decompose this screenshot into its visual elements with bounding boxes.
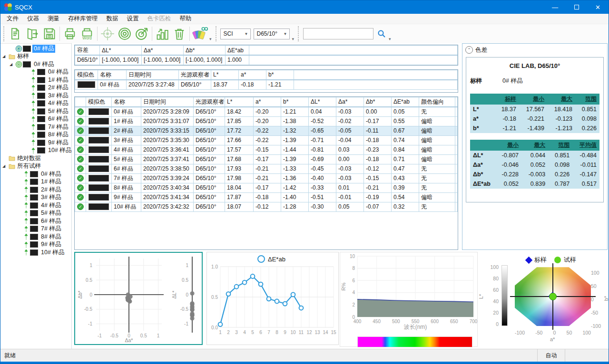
- tree-item[interactable]: 10# 样品: [0, 249, 71, 257]
- menu-item[interactable]: 仪器: [23, 14, 43, 24]
- tree-item[interactable]: 9# 样品: [0, 139, 71, 147]
- menu-item[interactable]: 帮助: [176, 14, 196, 24]
- column-header[interactable]: ΔL*: [309, 97, 336, 107]
- column-header[interactable]: 容差: [75, 46, 100, 56]
- table-row[interactable]: D65/10°[-1.000, 1.000][-1.000, 1.000][-1…: [75, 55, 458, 65]
- new-document-button[interactable]: [7, 26, 24, 42]
- delete-button[interactable]: [171, 26, 188, 42]
- tree-item[interactable]: ◢0# 样品: [0, 60, 71, 68]
- menu-item[interactable]: 文件: [2, 14, 23, 24]
- table-row[interactable]: ✓1# 样品2020/7/25 3:31:07D65/10°17.85-0.20…: [75, 116, 458, 126]
- illuminant-dropdown[interactable]: D65/10°▼: [254, 29, 290, 39]
- column-header[interactable]: Δb*: [184, 46, 226, 56]
- print-word-button[interactable]: Word: [79, 26, 96, 42]
- calibration-button[interactable]: [99, 26, 116, 42]
- table-row[interactable]: ✓10# 样品2020/7/25 3:42:32D65/10°18.07-0.1…: [75, 202, 458, 211]
- save-button[interactable]: [41, 26, 58, 42]
- menu-item[interactable]: 测量: [43, 14, 64, 24]
- column-header[interactable]: Δb*: [364, 97, 392, 107]
- delta-ab-scatter-chart[interactable]: 110.50.500-0.5-0.5-1-1Δb*Δa*10.50-0.5-1Δ…: [74, 252, 203, 345]
- menu-item[interactable]: 存样库管理: [64, 14, 102, 24]
- tree-item[interactable]: 4# 样品: [0, 201, 71, 210]
- column-header[interactable]: b*: [266, 70, 294, 80]
- table-row[interactable]: ✓6# 样品2020/7/25 3:38:50D65/10°17.93-0.21…: [75, 164, 458, 173]
- table-row[interactable]: ✓5# 样品2020/7/25 3:37:41D65/10°17.68-0.17…: [75, 154, 458, 164]
- column-header[interactable]: ΔE*ab: [392, 97, 419, 107]
- sci-dropdown[interactable]: SCI▼: [220, 29, 251, 39]
- column-header[interactable]: 光源观察者: [179, 70, 211, 80]
- tree-item[interactable]: 3# 样品: [0, 92, 71, 100]
- column-header[interactable]: 日期时间: [127, 70, 179, 80]
- search-input[interactable]: [303, 28, 373, 39]
- tree-expander-icon[interactable]: ◢: [2, 54, 8, 58]
- print-button[interactable]: [61, 26, 79, 42]
- tree-item[interactable]: 0# 样品: [0, 68, 71, 77]
- column-header[interactable]: Δa*: [142, 46, 184, 56]
- table-row[interactable]: ✓0# 样品2020/7/25 3:28:09D65/10°18.42-0.20…: [75, 107, 458, 117]
- column-header[interactable]: [75, 97, 86, 107]
- delta-e-trend-chart[interactable]: ΔE*ab0.00.51.0123456789101112131415: [206, 252, 339, 345]
- toolbar-overflow-icon[interactable]: ▾: [292, 37, 295, 41]
- tree-item[interactable]: 1# 样品: [0, 76, 71, 84]
- column-header[interactable]: 光源观察者: [194, 97, 225, 107]
- close-button[interactable]: ✕: [587, 0, 609, 14]
- column-header[interactable]: [294, 70, 458, 80]
- tree-item[interactable]: 2# 样品: [0, 84, 71, 92]
- tree-expander-icon[interactable]: ◢: [2, 164, 8, 168]
- column-header[interactable]: ΔE*ab: [226, 46, 249, 56]
- tree-item[interactable]: 0# 样品: [0, 45, 71, 53]
- color-gamut-chart[interactable]: 标样试样L*100806040200100500-50-100b*-100-50…: [479, 252, 608, 347]
- column-header[interactable]: a*: [239, 70, 266, 80]
- column-header[interactable]: 日期时间: [141, 97, 194, 107]
- table-row[interactable]: ✓2# 样品2020/7/25 3:33:15D65/10°17.72-0.22…: [75, 126, 458, 135]
- column-header[interactable]: L*: [211, 70, 239, 80]
- column-header[interactable]: L*: [225, 97, 254, 107]
- tree-item[interactable]: 10# 样品: [0, 147, 71, 155]
- export-button[interactable]: [24, 26, 41, 42]
- auto-mode-indicator[interactable]: 自动: [537, 349, 565, 362]
- toolbar-overflow-icon[interactable]: ▾: [209, 37, 212, 41]
- tree-item[interactable]: 绝对数据: [0, 154, 71, 163]
- column-header[interactable]: 模拟色: [86, 97, 112, 107]
- measure-standard-button[interactable]: [116, 26, 133, 42]
- tree-item[interactable]: 3# 样品: [0, 194, 71, 202]
- column-header[interactable]: ΔL*: [100, 46, 142, 56]
- column-header[interactable]: [455, 97, 458, 107]
- menu-item[interactable]: 数据: [102, 14, 123, 24]
- toolbar-overflow-icon[interactable]: ▾: [389, 37, 391, 41]
- column-header[interactable]: [249, 46, 458, 56]
- tree-item[interactable]: 9# 样品: [0, 241, 71, 249]
- tree-item[interactable]: 0# 样品: [0, 170, 71, 178]
- search-button[interactable]: [375, 26, 388, 42]
- tree-item[interactable]: ◢标样: [0, 53, 71, 61]
- table-row[interactable]: ✓9# 样品2020/7/25 3:41:34D65/10°17.87-0.18…: [75, 192, 458, 202]
- column-header[interactable]: b*: [281, 97, 309, 107]
- table-row[interactable]: ✓7# 样品2020/7/25 3:39:24D65/10°17.98-0.21…: [75, 173, 458, 183]
- tree-item[interactable]: 8# 样品: [0, 131, 71, 139]
- tree-item[interactable]: 1# 样品: [0, 178, 71, 186]
- tree-item[interactable]: 7# 样品: [0, 123, 71, 131]
- maximize-button[interactable]: [566, 0, 587, 14]
- table-row[interactable]: ✓8# 样品2020/7/25 3:40:34D65/10°18.04-0.17…: [75, 183, 458, 192]
- tree-item[interactable]: 5# 样品: [0, 107, 71, 115]
- tree-item[interactable]: 4# 样品: [0, 100, 71, 108]
- column-header[interactable]: 名称: [112, 97, 141, 107]
- tree-item[interactable]: 8# 样品: [0, 233, 71, 241]
- tree-item[interactable]: 2# 样品: [0, 186, 71, 194]
- column-header[interactable]: 名称: [98, 70, 127, 80]
- column-header[interactable]: Δa*: [336, 97, 364, 107]
- column-header[interactable]: a*: [254, 97, 281, 107]
- measure-sample-button[interactable]: [133, 26, 150, 42]
- table-row[interactable]: ✓4# 样品2020/7/25 3:36:41D65/10°17.57-0.15…: [75, 145, 458, 154]
- tree-item[interactable]: 5# 样品: [0, 210, 71, 218]
- tree-item[interactable]: 6# 样品: [0, 217, 71, 225]
- table-row[interactable]: 0# 样品2020/7/25 3:27:48D65/10°18.37-0.18-…: [75, 80, 458, 90]
- minimize-button[interactable]: —: [544, 0, 566, 14]
- table-row[interactable]: ✓3# 样品2020/7/25 3:35:30D65/10°17.66-0.22…: [75, 135, 458, 145]
- reflectance-spectrum-chart[interactable]: 0246810400450500550600650700R%波长(nm): [340, 252, 478, 347]
- menu-item[interactable]: 设置: [123, 14, 143, 24]
- collapse-panel-icon[interactable]: ⌃: [465, 46, 473, 54]
- tree-item[interactable]: 7# 样品: [0, 225, 71, 233]
- column-header[interactable]: 模拟色: [75, 70, 98, 80]
- tree-item[interactable]: 6# 样品: [0, 115, 71, 124]
